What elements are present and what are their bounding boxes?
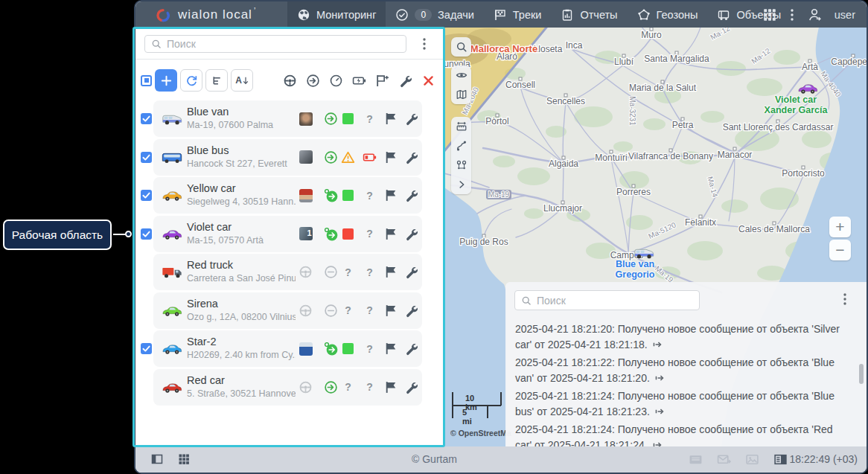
no-motion-icon[interactable] <box>324 265 338 279</box>
motion-state-icon[interactable] <box>324 112 338 126</box>
unit-name[interactable]: Red car <box>187 374 225 386</box>
status-ok[interactable] <box>342 190 354 201</box>
unit-checkbox[interactable] <box>141 113 152 124</box>
map-area[interactable]: MuroSanta MargalidaLlubíIncaLlosetaAlaró… <box>444 28 867 446</box>
goto-message-icon[interactable] <box>653 441 663 446</box>
log-scrollbar[interactable] <box>859 364 864 384</box>
user-name[interactable]: user <box>835 9 855 21</box>
status-unknown[interactable]: ? <box>345 266 351 278</box>
status-unknown[interactable]: ? <box>345 304 351 316</box>
no-driver-icon[interactable] <box>299 380 313 394</box>
map-nearest-button[interactable] <box>451 156 471 175</box>
driver-photo[interactable] <box>299 189 313 202</box>
motion-state-icon[interactable] <box>324 380 338 394</box>
sensor-column-icon[interactable] <box>329 74 343 88</box>
extra-unknown[interactable]: ? <box>366 381 373 393</box>
unit-flag-icon[interactable] <box>384 380 398 394</box>
motion-ignition-icon[interactable] <box>324 342 338 356</box>
unit-name[interactable]: Yellow car <box>187 182 236 194</box>
apps-grid-icon[interactable] <box>762 7 777 22</box>
extra-unknown[interactable]: ? <box>366 113 373 125</box>
media-icon[interactable] <box>745 452 759 467</box>
unit-name[interactable]: Violet car <box>187 221 232 233</box>
unit-checkbox[interactable] <box>141 228 152 240</box>
map-source-button[interactable] <box>451 85 471 104</box>
refresh-button[interactable] <box>180 69 202 92</box>
map-visibility-button[interactable] <box>451 65 471 85</box>
unit-flag-icon[interactable] <box>384 227 398 241</box>
panel-menu-icon[interactable] <box>422 37 427 51</box>
log-search-input[interactable]: Поиск <box>514 290 700 310</box>
extra-unknown[interactable]: ? <box>366 343 373 355</box>
status-ok[interactable] <box>342 343 354 354</box>
unit-settings-icon[interactable] <box>404 342 418 356</box>
unit-settings-icon[interactable] <box>404 380 418 394</box>
battery-column-icon[interactable] <box>352 74 366 88</box>
log-entry[interactable]: 2025-04-21 18:21:22: Получено новое сооб… <box>515 355 852 386</box>
no-motion-icon[interactable] <box>324 304 338 318</box>
map-layers-group[interactable] <box>451 65 471 104</box>
notes-icon[interactable] <box>689 452 703 467</box>
tab-Мониторинг[interactable]: Мониторинг <box>287 1 386 28</box>
tab-Треки[interactable]: Треки <box>484 1 552 28</box>
wialon-logo[interactable]: wialon localʼ <box>135 6 287 24</box>
mail-icon[interactable] <box>717 452 731 467</box>
unit-name[interactable]: Blue bus <box>187 144 229 156</box>
unit-settings-icon[interactable] <box>404 304 418 318</box>
motion-ignition-icon[interactable] <box>324 188 338 202</box>
unit-row[interactable]: Sirena Ozo g., 12A, 08200 Vilnius ? ? <box>135 292 444 329</box>
driver-photo[interactable] <box>299 150 313 164</box>
unit-row[interactable]: Red car 5. Straße, 30521 Hannover ? ? <box>135 369 444 406</box>
tab-Геозоны[interactable]: Геозоны <box>628 1 708 28</box>
settings-column-icon[interactable] <box>398 74 412 88</box>
goto-message-icon[interactable] <box>655 407 666 416</box>
unit-name[interactable]: Star-2 <box>187 336 217 348</box>
motion-column-icon[interactable] <box>306 74 320 88</box>
select-all-checkbox[interactable] <box>141 75 152 86</box>
goto-message-icon[interactable] <box>655 374 666 382</box>
unit-settings-icon[interactable] <box>404 112 418 126</box>
unit-settings-icon[interactable] <box>404 150 418 164</box>
unit-flag-icon[interactable] <box>384 188 398 202</box>
log-entry[interactable]: 2025-04-21 18:21:24: Получено новое сооб… <box>515 388 852 420</box>
close-panel-icon[interactable] <box>421 74 435 88</box>
no-driver-icon[interactable] <box>299 265 313 279</box>
unit-settings-icon[interactable] <box>404 188 418 202</box>
map-expand-button[interactable] <box>451 175 471 194</box>
unit-name[interactable]: Sirena <box>187 298 218 310</box>
motion-state-icon[interactable] <box>324 150 338 164</box>
goto-message-icon[interactable] <box>653 340 663 349</box>
zoom-out-button[interactable]: − <box>829 240 851 260</box>
status-unknown[interactable]: ? <box>345 381 351 393</box>
tab-Отчеты[interactable]: Отчеты <box>551 1 627 28</box>
unit-flag-icon[interactable] <box>384 265 398 279</box>
map-search-button[interactable] <box>451 37 471 57</box>
extra-unknown[interactable]: ? <box>366 228 373 240</box>
status-alert[interactable] <box>342 228 354 240</box>
tree-view-button[interactable] <box>205 69 228 92</box>
motion-ignition-icon[interactable] <box>324 227 338 241</box>
tab-Задачи[interactable]: 0 Задачи <box>386 1 483 28</box>
extra-unknown[interactable]: ? <box>366 266 373 278</box>
toggle-left-panel-icon[interactable] <box>150 452 164 466</box>
unit-checkbox[interactable] <box>141 152 152 163</box>
unit-row[interactable]: Red truck Carretera a San José Pinul... … <box>135 254 444 290</box>
status-warning-icon[interactable] <box>341 150 355 164</box>
log-entry[interactable]: 2025-04-21 18:21:20: Получено новое сооб… <box>515 321 852 353</box>
unit-flag-icon[interactable] <box>384 304 398 318</box>
unit-checkbox[interactable] <box>141 190 152 201</box>
search-input[interactable]: Поиск <box>144 35 406 53</box>
log-menu-icon[interactable] <box>843 292 847 306</box>
unit-flag-icon[interactable] <box>384 112 398 126</box>
driver-photo[interactable] <box>299 112 313 126</box>
unit-row[interactable]: Star-2 H20269, 2.40 km from Cy... ? <box>135 330 444 367</box>
add-unit-button[interactable] <box>155 69 177 92</box>
log-entry[interactable]: 2025-04-21 18:21:24: Получено новое сооб… <box>515 422 852 446</box>
user-icon[interactable] <box>807 7 822 22</box>
driver-photo[interactable]: 1 <box>299 227 313 240</box>
unit-flag-icon[interactable] <box>384 342 398 356</box>
unit-row[interactable]: Yellow car Siegelweg 4, 30519 Hann... ? <box>135 177 444 214</box>
unit-settings-icon[interactable] <box>404 265 418 279</box>
unit-row[interactable]: Blue bus Hancock St 227, Everett <box>135 139 444 176</box>
unit-row[interactable]: Blue van Ma-19, 07600 Palma ? <box>135 100 444 137</box>
